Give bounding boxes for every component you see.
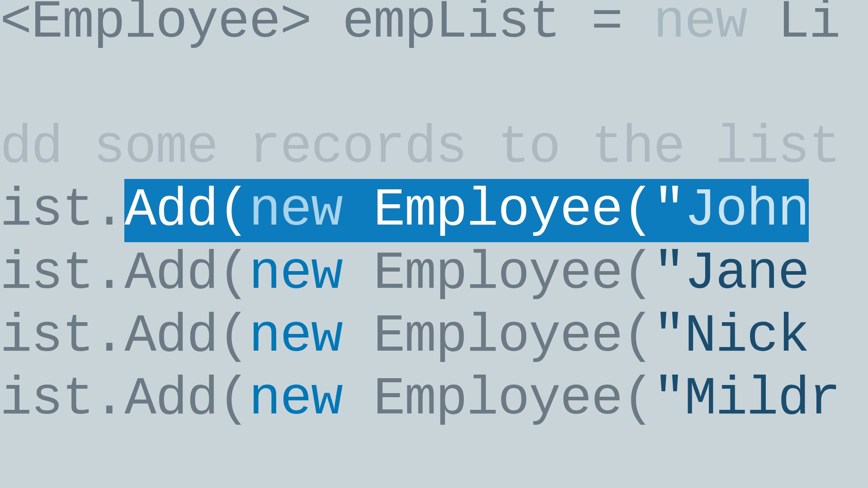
code-token-class: Employee( [373,244,653,304]
code-token-keyword: new [249,244,342,304]
code-token-keyword: new [653,0,746,52]
code-token-string: John [684,180,809,240]
code-token: ist. [0,244,124,304]
code-line-declaration[interactable]: <Employee> empList = new Li [0,0,868,54]
code-token-comment: dd some records to the list [0,117,840,178]
code-token-method: Add( [124,306,249,366]
code-token [342,306,373,366]
selection-highlight: Add(new Employee("John [124,179,809,242]
code-token-class: Employee( [373,180,653,240]
code-token-string: Nick [684,306,809,366]
code-token [342,180,373,240]
code-token: <Employee> empList = [0,0,653,52]
code-token-method: Add( [124,244,249,304]
code-token: ist. [0,180,124,240]
code-token-class: Employee( [373,306,653,366]
code-token: Li [746,0,840,52]
code-line[interactable]: ist.Add(new Employee("Nick [0,305,868,368]
code-token: ist. [0,306,124,366]
code-token-class: Employee( [373,369,653,429]
code-token-keyword: new [249,180,342,240]
code-editor-viewport[interactable]: <Employee> empList = new Li dd some reco… [0,0,868,431]
code-line[interactable]: ist.Add(new Employee("Mildr [0,368,868,431]
code-token: " [653,306,684,366]
code-token-string: Mildr [684,369,840,429]
code-token-keyword: new [249,306,342,366]
code-token: ist. [0,369,124,429]
code-token [342,244,373,304]
code-token-method: Add( [124,369,249,429]
code-token: " [653,244,684,304]
code-blank-line [0,54,868,116]
code-token: " [653,369,684,429]
code-line-highlighted[interactable]: ist.Add(new Employee("John [0,179,868,242]
code-token: " [653,180,684,240]
code-token-keyword: new [249,369,342,429]
code-token-method: Add( [124,180,249,240]
code-line-comment[interactable]: dd some records to the list [0,116,868,179]
code-token [342,369,373,429]
code-line[interactable]: ist.Add(new Employee("Jane [0,242,868,305]
code-token-string: Jane [684,244,809,304]
